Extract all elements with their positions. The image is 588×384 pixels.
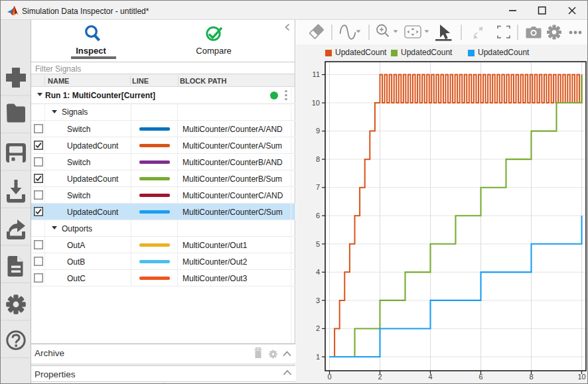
svg-text:6: 6 [316,212,320,220]
svg-text:1: 1 [316,353,320,361]
svg-text:0: 0 [327,373,331,381]
svg-text:8: 8 [316,155,320,163]
svg-text:4: 4 [428,373,432,381]
svg-text:3: 3 [316,296,320,304]
svg-text:11: 11 [313,70,320,78]
svg-text:10: 10 [577,373,585,381]
svg-text:7: 7 [316,183,320,191]
svg-text:4: 4 [316,268,320,276]
svg-text:2: 2 [378,373,382,381]
svg-text:10: 10 [312,99,320,107]
svg-text:6: 6 [478,373,482,381]
svg-text:5: 5 [316,240,320,248]
svg-text:8: 8 [529,373,533,381]
svg-text:2: 2 [316,324,320,332]
svg-text:9: 9 [316,127,320,135]
